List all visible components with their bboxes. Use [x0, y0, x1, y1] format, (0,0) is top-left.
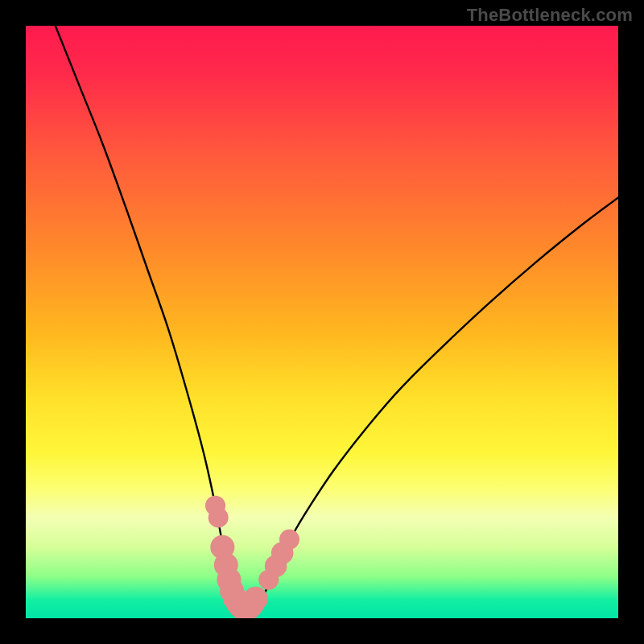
watermark-text: TheBottleneck.com — [467, 5, 633, 26]
chart-frame: TheBottleneck.com — [0, 0, 644, 644]
curve-marker — [208, 507, 229, 527]
plot-area — [26, 26, 618, 618]
curve-marker — [244, 587, 268, 611]
chart-svg — [26, 26, 618, 618]
curve-marker — [279, 530, 299, 550]
bottleneck-curve — [56, 26, 618, 613]
